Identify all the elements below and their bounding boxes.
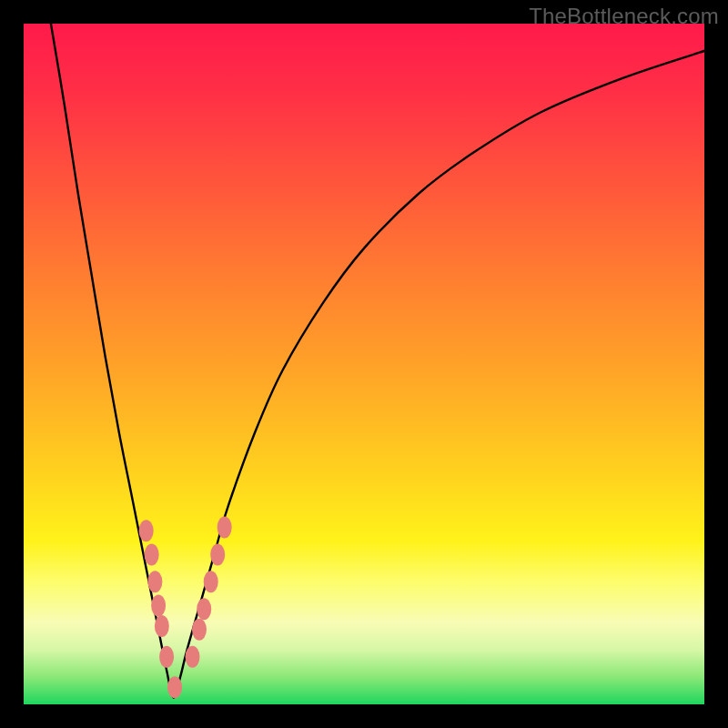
curve-marker [197,598,211,620]
curve-marker [145,543,159,565]
curve-marker [147,571,162,592]
chart-frame: TheBottleneck.com [0,0,728,728]
curve-marker [192,619,207,641]
curve-marker [217,517,232,539]
curve-markers [139,517,232,699]
curve-marker [186,646,200,668]
watermark-text: TheBottleneck.com [529,4,719,29]
curve-marker [139,520,154,541]
curve-marker [210,543,225,565]
curve-marker [151,595,166,617]
plot-area [24,24,704,704]
curve-layer [24,24,704,704]
curve-marker [155,615,169,637]
curve-marker [167,676,182,698]
bottleneck-curve [51,24,704,698]
curve-marker [159,646,174,668]
curve-marker [204,571,218,592]
